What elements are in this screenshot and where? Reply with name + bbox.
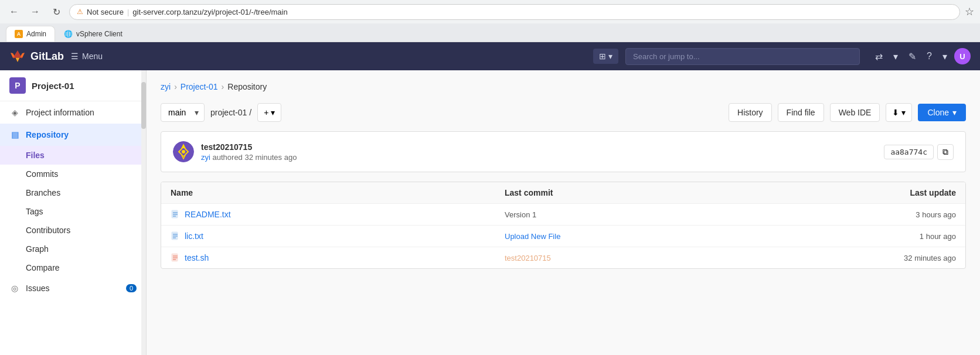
web-ide-button[interactable]: Web IDE bbox=[830, 103, 880, 122]
commit-info: test20210715 zyi authored 32 minutes ago… bbox=[161, 131, 966, 172]
browser-chrome: ← → ↻ ⚠ Not secure | git-server.corp.tan… bbox=[0, 0, 980, 42]
merge-requests-icon[interactable]: ⇄ bbox=[872, 47, 886, 66]
file-test-name: test.sh bbox=[185, 253, 209, 262]
breadcrumb-project[interactable]: Project-01 bbox=[181, 82, 218, 91]
issues-badge: 0 bbox=[126, 284, 137, 292]
plus-icon: + bbox=[264, 108, 268, 117]
download-icon: ⬇ bbox=[892, 108, 899, 117]
gitlab-logo-icon bbox=[9, 48, 26, 64]
sidebar-item-label: Repository bbox=[26, 130, 69, 139]
breadcrumb-current: Repository bbox=[227, 82, 267, 91]
sidebar-sub-commits[interactable]: Commits bbox=[0, 165, 146, 183]
path-display: project-01 / bbox=[210, 108, 251, 117]
col-update-header: Last update bbox=[839, 188, 956, 197]
sidebar-scrollbar bbox=[141, 70, 146, 355]
file-table: Name Last commit Last update README.txt … bbox=[161, 182, 966, 269]
path-name: project-01 bbox=[210, 108, 247, 117]
file-test-commit[interactable]: test20210715 bbox=[505, 254, 839, 262]
file-lic-name: lic.txt bbox=[185, 231, 203, 241]
file-lic-commit[interactable]: Upload New File bbox=[505, 232, 839, 241]
file-table-header: Name Last commit Last update bbox=[161, 182, 965, 204]
path-sep: / bbox=[249, 108, 251, 117]
back-button[interactable]: ← bbox=[6, 4, 22, 20]
clone-chevron: ▾ bbox=[952, 108, 957, 117]
commit-author-link[interactable]: zyi bbox=[201, 153, 210, 162]
col-commit-header: Last commit bbox=[505, 188, 839, 197]
repository-icon: ▤ bbox=[9, 129, 20, 140]
file-test-link[interactable]: test.sh bbox=[171, 253, 505, 262]
user-avatar[interactable]: U bbox=[954, 48, 971, 64]
main-content: zyi › Project-01 › Repository main proje… bbox=[147, 70, 980, 355]
file-readme-update: 3 hours ago bbox=[839, 210, 956, 219]
sidebar-item-issues[interactable]: ◎ Issues 0 bbox=[0, 277, 146, 299]
header-plus-btn[interactable]: ⊞ ▾ bbox=[593, 49, 618, 64]
help-icon[interactable]: ? bbox=[923, 47, 935, 65]
find-file-button[interactable]: Find file bbox=[778, 103, 824, 122]
sidebar-item-repository[interactable]: ▤ Repository bbox=[0, 124, 146, 146]
file-readme-link[interactable]: README.txt bbox=[171, 210, 505, 219]
hash-badge: aa8a774c bbox=[884, 145, 934, 159]
tab-vsphere[interactable]: 🌐 vSphere Client bbox=[55, 26, 131, 42]
gitlab-logo[interactable]: GitLab bbox=[9, 48, 64, 64]
file-lic-update: 1 hour ago bbox=[839, 232, 956, 241]
refresh-button[interactable]: ↻ bbox=[48, 4, 64, 20]
browser-toolbar: ← → ↻ ⚠ Not secure | git-server.corp.tan… bbox=[0, 0, 980, 23]
repo-toolbar: main project-01 / + ▾ History Find file … bbox=[161, 103, 966, 122]
branch-select[interactable]: main bbox=[161, 103, 205, 122]
menu-label: Menu bbox=[82, 52, 103, 61]
breadcrumb-sep-2: › bbox=[222, 82, 224, 91]
sidebar-sub-graph[interactable]: Graph bbox=[0, 240, 146, 258]
breadcrumb-zyi[interactable]: zyi bbox=[161, 82, 171, 91]
commit-message: test20210715 bbox=[201, 142, 877, 152]
gitlab-header: GitLab ☰ Menu ⊞ ▾ ⇄ ▾ ✎ ? ▾ U bbox=[0, 42, 980, 70]
tab-vsphere-label: vSphere Client bbox=[76, 30, 122, 38]
address-bar[interactable]: ⚠ Not secure | git-server.corp.tanzu/zyi… bbox=[69, 4, 960, 20]
sidebar-sub-compare[interactable]: Compare bbox=[0, 258, 146, 277]
add-btn-chevron: ▾ bbox=[271, 108, 275, 117]
tab-admin-label: Admin bbox=[26, 30, 46, 38]
header-icons: ⇄ ▾ ✎ ? ▾ U bbox=[872, 47, 971, 66]
browser-tabs: A Admin 🌐 vSphere Client bbox=[0, 23, 980, 42]
menu-button[interactable]: ☰ Menu bbox=[71, 52, 103, 61]
branch-select-wrapper: main bbox=[161, 103, 205, 122]
security-text: Not secure bbox=[87, 8, 124, 16]
sidebar: P Project-01 ◈ Project information ▤ Rep… bbox=[0, 70, 147, 355]
todo-icon[interactable]: ✎ bbox=[905, 47, 920, 66]
hamburger-icon: ☰ bbox=[71, 52, 79, 61]
download-chevron: ▾ bbox=[901, 108, 906, 117]
col-name-header: Name bbox=[171, 188, 505, 197]
sidebar-sub-files[interactable]: Files bbox=[0, 146, 146, 165]
sidebar-scroll-thumb bbox=[141, 82, 146, 129]
file-text-icon-2 bbox=[171, 231, 180, 241]
project-information-icon: ◈ bbox=[9, 107, 20, 118]
commit-details: test20210715 zyi authored 32 minutes ago bbox=[201, 142, 877, 162]
app-body: P Project-01 ◈ Project information ▤ Rep… bbox=[0, 70, 980, 355]
sidebar-sub-contributors[interactable]: Contributors bbox=[0, 221, 146, 240]
history-button[interactable]: History bbox=[729, 103, 772, 122]
file-text-icon bbox=[171, 210, 180, 219]
file-test-update: 32 minutes ago bbox=[839, 254, 956, 262]
tab-admin[interactable]: A Admin bbox=[6, 26, 55, 42]
commit-hash: aa8a774c ⧉ bbox=[884, 144, 954, 160]
commit-avatar bbox=[173, 141, 194, 162]
clone-button[interactable]: Clone ▾ bbox=[918, 104, 966, 121]
table-row: test.sh test20210715 32 minutes ago bbox=[161, 247, 965, 268]
sidebar-item-project-information[interactable]: ◈ Project information bbox=[0, 101, 146, 124]
copy-hash-button[interactable]: ⧉ bbox=[937, 144, 954, 160]
sidebar-sub-tags[interactable]: Tags bbox=[0, 202, 146, 221]
bookmark-icon[interactable]: ☆ bbox=[965, 5, 974, 18]
help-dropdown[interactable]: ▾ bbox=[939, 47, 951, 66]
file-lic-link[interactable]: lic.txt bbox=[171, 231, 505, 241]
forward-button[interactable]: → bbox=[27, 4, 43, 20]
search-input[interactable] bbox=[625, 48, 860, 65]
merge-requests-dropdown[interactable]: ▾ bbox=[890, 47, 901, 66]
search-container bbox=[625, 48, 860, 65]
breadcrumb: zyi › Project-01 › Repository bbox=[161, 82, 966, 91]
sidebar-sub-branches[interactable]: Branches bbox=[0, 183, 146, 202]
gitlab-logo-text: GitLab bbox=[30, 50, 64, 63]
avatar-svg bbox=[173, 141, 194, 162]
add-file-button[interactable]: + ▾ bbox=[257, 103, 281, 122]
security-warning: ⚠ bbox=[77, 8, 83, 16]
project-header: P Project-01 bbox=[0, 70, 146, 101]
download-button[interactable]: ⬇ ▾ bbox=[886, 103, 912, 122]
